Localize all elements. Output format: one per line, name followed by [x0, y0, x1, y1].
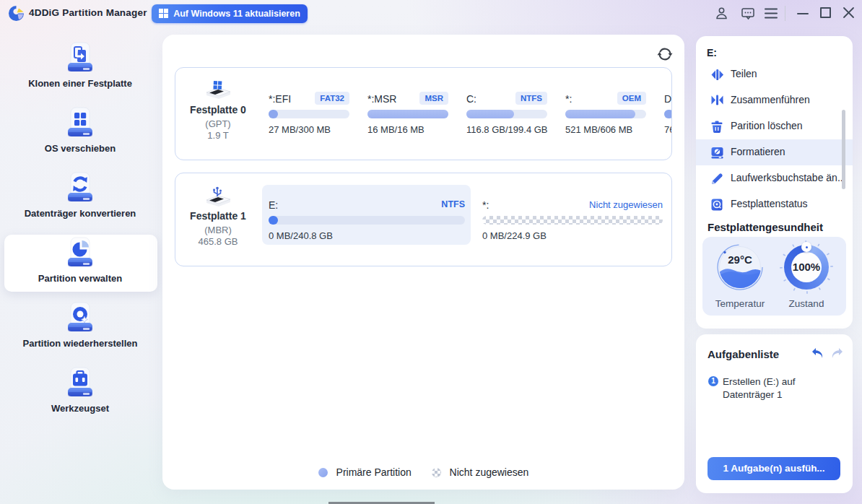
svg-text:29°C: 29°C: [728, 253, 752, 266]
